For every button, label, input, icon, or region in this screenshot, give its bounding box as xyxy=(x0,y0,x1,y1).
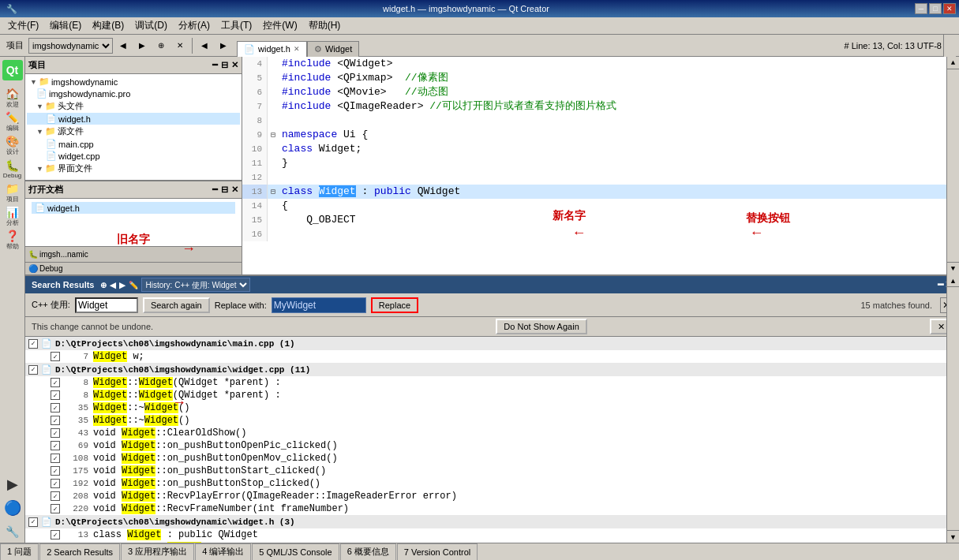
scope-input[interactable] xyxy=(75,297,138,313)
search-scroll-down[interactable]: ▼ xyxy=(947,530,959,543)
status-tab-app-output[interactable]: 3 应用程序输出 xyxy=(121,543,194,561)
sidebar-edit[interactable]: ✏️ 编辑 xyxy=(2,110,24,133)
result-file-widget-cpp[interactable]: 📄 D:\QtProjects\ch08\imgshowdynamic\widg… xyxy=(25,363,959,376)
tree-pro-file[interactable]: 📄 imgshowdynamic.pro xyxy=(27,88,240,99)
file-checkbox-widget-h[interactable] xyxy=(28,517,38,527)
item-checkbox-6[interactable] xyxy=(51,428,60,438)
result-file-main[interactable]: 📄 D:\QtProjects\ch08\imgshowdynamic\main… xyxy=(25,337,959,350)
tab-widget-h[interactable]: 📄 widget.h ✕ xyxy=(237,41,307,57)
menu-build[interactable]: 构建(B) xyxy=(88,17,129,34)
item-checkbox-7[interactable] xyxy=(51,441,60,450)
toolbar-btn-1[interactable]: ◀ xyxy=(114,37,132,54)
result-item-8b[interactable]: 8 Widget::Widget(QWidget *parent) : xyxy=(25,389,959,401)
search-toolbar-2[interactable]: ◀ xyxy=(110,281,116,289)
menu-edit[interactable]: 编辑(E) xyxy=(45,17,86,34)
status-tab-qml[interactable]: 5 QML/JS Console xyxy=(252,543,339,561)
sidebar-design[interactable]: 🎨 设计 xyxy=(2,134,24,156)
search-toolbar-1[interactable]: ⊕ xyxy=(100,281,107,289)
sidebar-debug[interactable]: 🐛 Debug xyxy=(2,158,24,180)
item-checkbox-12[interactable] xyxy=(51,504,60,513)
item-checkbox-13[interactable] xyxy=(51,530,60,539)
file-checkbox-widget-cpp[interactable] xyxy=(28,365,38,375)
replace-button[interactable]: Replace xyxy=(371,297,418,313)
toolbar-btn-4[interactable]: ✕ xyxy=(171,37,189,54)
status-tab-search[interactable]: 2 Search Results xyxy=(39,543,120,561)
status-tab-compile[interactable]: 4 编译输出 xyxy=(195,543,251,561)
status-tab-summary[interactable]: 6 概要信息 xyxy=(340,543,396,561)
project-select[interactable]: imgshowdynamic xyxy=(28,38,113,54)
item-checkbox-8[interactable] xyxy=(51,454,60,463)
result-item-108[interactable]: 108 void Widget::on_pushButtonOpenMov_cl… xyxy=(25,452,959,465)
sidebar-welcome[interactable]: 🏠 欢迎 xyxy=(2,87,24,109)
search-scroll-up[interactable]: ▲ xyxy=(947,274,959,287)
menu-widget[interactable]: 控件(W) xyxy=(258,17,302,34)
tree-forms[interactable]: ▼ 📁 界面文件 xyxy=(27,162,240,175)
search-panel-scrollbar[interactable]: ▲ ▼ xyxy=(946,274,959,543)
replace-with-input[interactable] xyxy=(272,297,366,313)
tab-widget[interactable]: ⚙ Widget xyxy=(307,41,359,57)
tree-headers[interactable]: ▼ 📁 头文件 xyxy=(27,99,240,113)
do-not-show-button[interactable]: Do Not Show Again xyxy=(496,319,586,334)
tree-sources[interactable]: ▼ 📁 源文件 xyxy=(27,125,240,138)
result-item-208[interactable]: 208 void Widget::RecvPlayError(QImageRea… xyxy=(25,490,959,502)
item-checkbox-3[interactable] xyxy=(51,390,60,400)
sidebar-analyze[interactable]: 📊 分析 xyxy=(2,205,24,227)
sidebar-help[interactable]: ❓ 帮助 xyxy=(2,229,24,251)
result-item-175[interactable]: 175 void Widget::on_pushButtonStart_clic… xyxy=(25,465,959,477)
sidebar-bottom-2[interactable]: 🔵 xyxy=(2,497,24,519)
history-select[interactable]: History: C++ 使用: Widget xyxy=(141,278,250,292)
menu-debug[interactable]: 调试(D) xyxy=(130,17,172,34)
qt-logo[interactable]: Qt xyxy=(2,60,23,80)
tree-root[interactable]: ▼ 📁 imgshowdynamic xyxy=(27,76,240,88)
scroll-down[interactable]: ▼ xyxy=(947,262,959,274)
sidebar-bottom-3[interactable]: 🔧 xyxy=(2,521,24,543)
tree-main-cpp[interactable]: 📄 main.cpp xyxy=(27,138,240,150)
project-panel-close[interactable]: ━ xyxy=(212,60,218,70)
result-item-43[interactable]: 43 void Widget::ClearOldShow() xyxy=(25,427,959,439)
open-docs-minimize[interactable]: ⊟ xyxy=(221,185,228,195)
scroll-up[interactable]: ▲ xyxy=(947,57,959,69)
open-docs-float[interactable]: ━ xyxy=(212,185,218,195)
item-checkbox-5[interactable] xyxy=(51,416,60,425)
result-item-8a[interactable]: 8 Widget::Widget(QWidget *parent) : xyxy=(25,376,959,389)
status-tab-problems[interactable]: 1 问题 xyxy=(0,543,39,561)
result-item-35a[interactable]: 35 Widget::~Widget() xyxy=(25,401,959,414)
toolbar-btn-3[interactable]: ⊕ xyxy=(152,37,170,54)
result-item-69[interactable]: 69 void Widget::on_pushButtonOpenPic_cli… xyxy=(25,439,959,452)
item-checkbox-4[interactable] xyxy=(51,403,60,413)
maximize-button[interactable]: □ xyxy=(929,3,942,14)
status-tab-vc[interactable]: 7 Version Control xyxy=(397,543,478,561)
result-item-220[interactable]: 220 void Widget::RecvFrameNumber(int fra… xyxy=(25,502,959,515)
result-file-widget-h[interactable]: 📄 D:\QtProjects\ch08\imgshowdynamic\widg… xyxy=(25,515,959,528)
item-checkbox-11[interactable] xyxy=(51,491,60,501)
item-checkbox-10[interactable] xyxy=(51,479,60,488)
search-toolbar-3[interactable]: ▶ xyxy=(119,281,125,289)
result-item-main-7[interactable]: 7 Widget w; xyxy=(25,350,959,363)
toolbar-btn-6[interactable]: ▶ xyxy=(215,37,232,54)
tab-close-widget-h[interactable]: ✕ xyxy=(294,45,300,53)
sidebar-project[interactable]: 📁 项目 xyxy=(2,181,24,203)
editor-scrollbar[interactable]: ▲ ▼ xyxy=(946,57,959,274)
menu-analyze[interactable]: 分析(A) xyxy=(174,17,215,34)
menu-tools[interactable]: 工具(T) xyxy=(216,17,257,34)
minimize-button[interactable]: ─ xyxy=(915,3,927,14)
result-item-35b[interactable]: 35 Widget::~Widget() xyxy=(25,414,959,427)
toolbar-btn-2[interactable]: ▶ xyxy=(133,37,151,54)
tree-widget-h[interactable]: 📄 widget.h xyxy=(27,113,240,125)
menu-help[interactable]: 帮助(H) xyxy=(304,17,346,34)
search-panel-minimize[interactable]: ━ xyxy=(938,279,943,290)
project-panel-float[interactable]: ⊟ xyxy=(221,60,228,70)
tree-widget-cpp[interactable]: 📄 widget.cpp xyxy=(27,150,240,162)
open-doc-widget-h[interactable]: 📄 widget.h xyxy=(32,202,235,214)
item-checkbox-2[interactable] xyxy=(51,378,60,387)
toolbar-btn-5[interactable]: ◀ xyxy=(196,37,213,54)
open-docs-close[interactable]: ✕ xyxy=(231,185,238,195)
sidebar-bottom-1[interactable]: ▶ xyxy=(2,473,24,495)
search-again-button[interactable]: Search again xyxy=(143,297,210,313)
search-toolbar-4[interactable]: ✏️ xyxy=(129,281,138,289)
item-checkbox-1[interactable] xyxy=(51,352,60,361)
result-item-192[interactable]: 192 void Widget::on_pushButtonStop_click… xyxy=(25,477,959,490)
file-checkbox-main[interactable] xyxy=(28,339,38,349)
project-panel-minimize[interactable]: ✕ xyxy=(231,60,238,70)
result-item-h-13[interactable]: 13 class Widget : public QWidget xyxy=(25,528,959,541)
